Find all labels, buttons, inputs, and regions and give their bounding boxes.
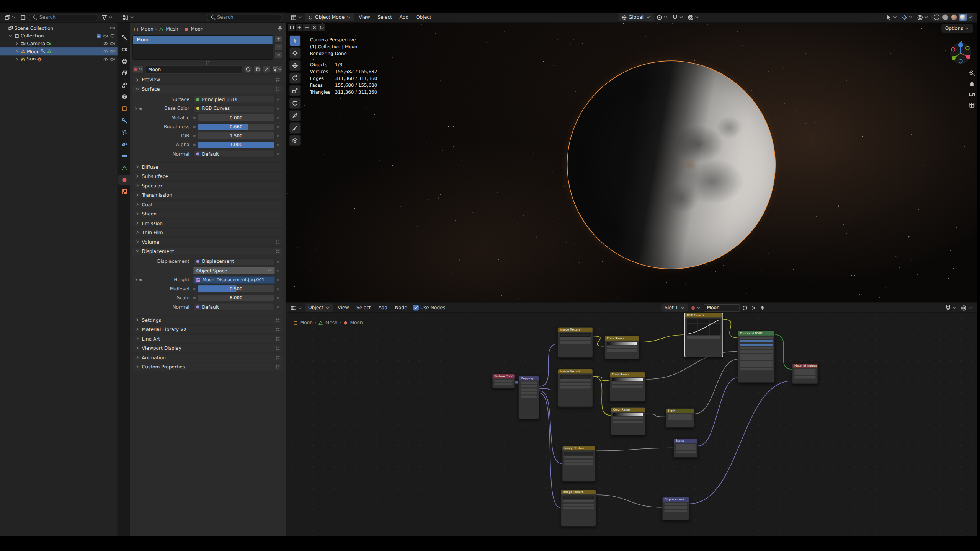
panel-header-settings[interactable]: Settings xyxy=(132,316,283,324)
panel-drag-grip[interactable] xyxy=(276,318,280,322)
properties-tab-texture[interactable] xyxy=(118,187,130,197)
image-field-height[interactable]: Moon_Displacement.jpg.001 xyxy=(193,276,275,284)
select-mode-option-2[interactable] xyxy=(296,24,302,31)
add-slot-button[interactable] xyxy=(274,35,283,42)
properties-tab-output[interactable] xyxy=(118,56,130,66)
navigation-gizmo[interactable] xyxy=(949,41,972,65)
gizmos-toggle-button[interactable] xyxy=(900,13,915,21)
render-camera-icon[interactable] xyxy=(110,49,115,54)
outliner-filter-button[interactable] xyxy=(100,13,114,21)
select-mode-option-1[interactable] xyxy=(288,24,295,31)
shader-menu-add[interactable]: Add xyxy=(375,303,390,313)
viewport-menu-select[interactable]: Select xyxy=(374,13,395,22)
remove-slot-button[interactable] xyxy=(274,43,283,51)
properties-tab-modifiers[interactable] xyxy=(118,116,130,126)
properties-tab-tool[interactable] xyxy=(118,33,130,42)
panel-drag-grip[interactable] xyxy=(276,365,280,369)
viewport-menu-add[interactable]: Add xyxy=(396,13,412,22)
properties-tab-object[interactable] xyxy=(118,104,130,114)
curve-widget[interactable] xyxy=(687,319,720,335)
breadcrumb-item[interactable]: Moon xyxy=(191,26,203,32)
render-camera-icon[interactable] xyxy=(110,41,115,46)
tool-add-cube[interactable] xyxy=(289,135,301,146)
new-material-button[interactable] xyxy=(253,65,261,73)
render-camera-icon[interactable] xyxy=(103,33,108,38)
options-button[interactable]: Options xyxy=(941,24,973,33)
node-image-texture-2[interactable]: Image Texture xyxy=(557,327,593,358)
properties-tab-scene[interactable] xyxy=(118,80,130,90)
breadcrumb-item[interactable]: Moon xyxy=(140,26,153,32)
pin-material-button[interactable] xyxy=(759,305,766,311)
shader-type-selector[interactable]: Object xyxy=(305,303,333,311)
panel-header-coat[interactable]: Coat xyxy=(132,200,283,208)
properties-editor-type-button[interactable] xyxy=(121,13,136,21)
pin-icon[interactable] xyxy=(277,25,283,31)
nav-zoom-button[interactable] xyxy=(967,69,975,77)
breadcrumb-item[interactable]: Mesh xyxy=(166,26,178,32)
properties-tab-view-layer[interactable] xyxy=(118,68,130,78)
render-camera-icon[interactable] xyxy=(110,57,115,62)
outliner-row-collection[interactable]: Collection xyxy=(0,32,118,40)
properties-tab-render[interactable] xyxy=(118,44,130,54)
nav-ortho-button[interactable] xyxy=(967,101,975,109)
shading-mode-wireframe[interactable] xyxy=(933,14,941,21)
tool-rotate[interactable] xyxy=(289,72,301,83)
browse-material-button[interactable] xyxy=(132,65,144,73)
unlink-material-button[interactable] xyxy=(750,305,758,311)
node-displacement-14[interactable]: Displacement xyxy=(662,497,689,520)
visibility-eye-icon[interactable] xyxy=(103,57,108,62)
transform-orientation-selector[interactable]: Global xyxy=(619,13,653,21)
panel-drag-grip[interactable] xyxy=(276,77,280,82)
viewport-menu-view[interactable]: View xyxy=(356,13,373,22)
mode-selector[interactable]: Object Mode xyxy=(305,13,354,21)
tool-measure[interactable] xyxy=(289,122,301,134)
node-image-texture-13[interactable]: Image Texture xyxy=(560,489,596,527)
shading-mode-material-preview[interactable] xyxy=(950,14,958,21)
material-name-field[interactable]: Moon xyxy=(704,304,740,311)
tool-select-box[interactable] xyxy=(289,35,301,46)
panel-header-viewport-display[interactable]: Viewport Display xyxy=(132,344,283,352)
panel-drag-grip[interactable] xyxy=(276,346,280,350)
node-overlays-button[interactable] xyxy=(959,304,974,311)
outliner-row-camera[interactable]: Camera xyxy=(0,40,118,47)
tool-annotate[interactable] xyxy=(289,110,301,121)
panel-header-displacement[interactable]: Displacement xyxy=(132,247,283,255)
row-expand-controls[interactable] xyxy=(134,106,141,111)
panel-header-preview[interactable]: Preview xyxy=(132,76,283,84)
panel-header-surface[interactable]: Surface xyxy=(132,85,283,93)
viewport-menu-object[interactable]: Object xyxy=(413,13,434,22)
overlays-toggle-button[interactable] xyxy=(916,13,930,21)
material-name-field[interactable]: Moon xyxy=(145,65,243,73)
menu-field-surface[interactable]: Principled BSDF xyxy=(193,96,275,103)
node-rgb-curves-4[interactable]: RGB Curves xyxy=(684,312,723,357)
select-mode-option-4[interactable] xyxy=(310,24,317,31)
menu-field-base-color[interactable]: RGB Curves xyxy=(193,105,275,112)
outliner-search-input[interactable]: Search xyxy=(29,13,99,21)
slot-specials-button[interactable] xyxy=(274,51,283,59)
properties-tab-object-data[interactable] xyxy=(118,163,130,173)
pivot-point-button[interactable] xyxy=(655,13,669,21)
slider-scale[interactable]: 8.000 xyxy=(197,294,275,302)
panel-header-thin-film[interactable]: Thin Film xyxy=(132,228,283,236)
viewport-canvas[interactable]: Camera Perspective(1) Collection | MoonR… xyxy=(286,23,977,302)
material-specials-button[interactable] xyxy=(272,65,283,73)
shading-mode-solid[interactable] xyxy=(941,14,949,21)
shader-editor-type-button[interactable] xyxy=(289,304,304,311)
screen-icon[interactable] xyxy=(110,33,115,38)
slot-list-resize-grip[interactable] xyxy=(132,60,283,64)
panel-drag-grip[interactable] xyxy=(276,249,280,253)
panel-header-animation[interactable]: Animation xyxy=(132,353,283,361)
panel-drag-grip[interactable] xyxy=(276,327,280,331)
panel-drag-grip[interactable] xyxy=(276,355,280,359)
nav-cam-button[interactable] xyxy=(967,90,975,98)
properties-tab-material[interactable] xyxy=(118,175,130,185)
select-mode-option-3[interactable] xyxy=(303,24,310,31)
node-bump-12[interactable]: Bump xyxy=(673,438,698,458)
fake-user-button[interactable] xyxy=(244,65,252,73)
node-mapping-1[interactable]: Mapping xyxy=(518,375,539,419)
browse-material-button[interactable] xyxy=(689,305,702,311)
panel-header-custom-properties[interactable]: Custom Properties xyxy=(132,363,283,371)
node-material-output-6[interactable]: Material Output xyxy=(792,363,818,385)
node-image-texture-7[interactable]: Image Texture xyxy=(557,368,593,407)
outliner-row-scene-collection[interactable]: Scene Collection xyxy=(0,24,118,32)
